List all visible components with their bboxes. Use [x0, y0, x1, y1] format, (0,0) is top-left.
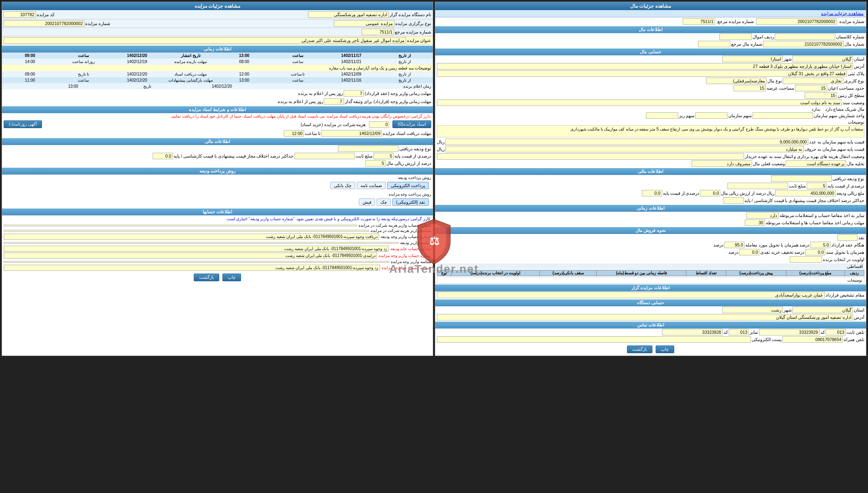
klaseman-input[interactable]	[775, 34, 835, 40]
takhfif-input[interactable]	[739, 249, 759, 255]
tahliye-input[interactable]	[786, 160, 846, 167]
vaziyat-input[interactable]	[692, 160, 752, 167]
sahm-saz-input[interactable]	[753, 112, 813, 119]
enteghal-input[interactable]	[437, 153, 744, 160]
mablagh-input[interactable]	[728, 183, 788, 189]
number-label-r: شماره مزایده	[85, 21, 110, 26]
shahr-dast-input[interactable]	[722, 307, 783, 313]
mohlat-ghardad-label-r: مهلت زمانی وازیر وجه (عقد قرارداد)	[365, 91, 431, 96]
method-fesh-btn[interactable]: فیش	[359, 198, 375, 206]
left-sub-link[interactable]: مشاهده جزئیات مزایده	[435, 10, 866, 17]
mohlat-vagozari-input[interactable]	[324, 98, 344, 105]
toz-value: سه قطعه زمین و یک واحد آپارتمان و سه باب…	[329, 66, 414, 70]
pardakht-chek-btn[interactable]: چک بانکی	[330, 182, 355, 189]
mazayede-gozar-input[interactable]	[308, 11, 389, 18]
fax-input[interactable]	[662, 329, 723, 335]
qimat-harf-input[interactable]	[445, 146, 804, 152]
sahm-riz-input[interactable]	[646, 112, 678, 119]
daramad-input-r[interactable]	[373, 153, 394, 159]
mal-number-input[interactable]	[763, 41, 844, 47]
akher-button[interactable]: آکهی روزنامه(-)	[4, 120, 42, 128]
ref-input[interactable]	[362, 29, 394, 35]
sanad-label: وضعیت سند	[843, 100, 864, 105]
vadiyeh-type-label-r: نوع ودیعه دریافتی	[399, 146, 431, 151]
hariyeh-input[interactable]	[369, 121, 389, 128]
sath-input[interactable]	[805, 92, 837, 99]
tahvil-input[interactable]	[724, 242, 744, 248]
ostan-input[interactable]	[793, 56, 853, 62]
code-input[interactable]	[4, 11, 36, 18]
method-naghd-btn[interactable]: نقد (الکترونیکی)	[392, 198, 429, 206]
title-input[interactable]	[4, 37, 406, 44]
left-back-button[interactable]: بازگشت	[627, 346, 652, 353]
mablagh-input-r[interactable]	[294, 153, 355, 159]
ostan-dast-input[interactable]	[793, 307, 853, 313]
fax-code-input[interactable]	[729, 329, 749, 335]
masahat-input[interactable]	[795, 85, 827, 91]
shahr-input[interactable]	[722, 56, 783, 62]
daryaft-saat-label: تا ساعت	[271, 72, 324, 76]
mobile-input[interactable]	[782, 336, 843, 343]
avliyat-input[interactable]	[790, 256, 822, 263]
plak-input[interactable]	[437, 70, 847, 77]
ghardad-input[interactable]	[810, 242, 830, 248]
email-input[interactable]	[437, 336, 751, 343]
mohlat-ghardad-input[interactable]	[344, 90, 364, 97]
daramad2-input[interactable]	[642, 190, 662, 196]
mal-marja-input[interactable]	[698, 41, 730, 47]
naghd-input[interactable]	[837, 234, 858, 241]
bazg-saat-ta-val: 11:00	[4, 78, 57, 82]
tahvil2-input[interactable]	[805, 249, 825, 255]
sahm-saz-label: واحد شماریش سهم سازمان	[814, 113, 864, 118]
vadiyeh-type-input-r[interactable]	[338, 145, 398, 152]
rial2-label: ریال	[437, 147, 444, 152]
auction-number-input[interactable]	[756, 18, 837, 25]
amval-input[interactable]	[719, 34, 752, 40]
vadiyeh-type-input[interactable]	[771, 175, 832, 182]
sahm-input[interactable]	[695, 112, 728, 119]
notes-text: سقفات آب رد گاز از دو خط تلفن دیوارها دو…	[437, 125, 864, 137]
mobile-label: تلفن همراه	[844, 337, 864, 342]
type-input[interactable]	[334, 20, 394, 27]
karabri-input[interactable]	[783, 78, 843, 84]
mohlat-asnad-ta-input[interactable]	[321, 130, 382, 137]
type-label-r: نوع برگزاری مزایده	[395, 21, 431, 26]
moarazi-name-input[interactable]	[437, 292, 825, 298]
address-dast-input[interactable]	[437, 314, 853, 320]
tel-input[interactable]	[759, 329, 820, 335]
col-mablagh: مبلغ پرداخت(درصد)	[786, 270, 845, 276]
acc7-value	[4, 261, 389, 263]
hesab-input[interactable]	[746, 212, 779, 219]
vadiyeh-mablagh-input[interactable]	[775, 190, 836, 196]
qimat-input[interactable]	[445, 139, 808, 145]
left-print-button[interactable]: چاپ	[656, 346, 674, 353]
tel-code-input[interactable]	[826, 329, 846, 335]
noe-mal-input[interactable]	[706, 78, 767, 84]
mohlat-asnad-saat-input[interactable]	[284, 130, 304, 137]
daramad-tk-label: درصد	[728, 250, 738, 255]
ekhtlaf-input-r[interactable]	[153, 153, 173, 159]
address-input[interactable]	[437, 63, 853, 70]
asnad-button[interactable]: اسناد مزایده(0)	[392, 120, 431, 128]
number-input[interactable]	[4, 20, 84, 27]
ref-number-input[interactable]	[683, 18, 715, 25]
right-back-button[interactable]: بازگشت	[194, 274, 219, 281]
arzesh-input-r[interactable]	[365, 160, 386, 166]
ekhtlaf-input[interactable]	[723, 197, 744, 204]
right-print-button[interactable]: چاپ	[222, 274, 241, 281]
arzesh-input[interactable]	[700, 190, 720, 196]
roz-label: روز پس از اعلام به برنده	[298, 91, 343, 96]
pardakht-zemanat-btn[interactable]: ضمانت نامه	[357, 182, 386, 189]
acc2-row: شناسه وازیر هزینه شرکت در مزایده	[2, 228, 433, 233]
sanad-input[interactable]	[437, 99, 842, 106]
pardakht-electronic-btn[interactable]: پرداخت الکترونیکی	[387, 182, 429, 189]
ealam-label: زمان اعلام برنده	[292, 84, 431, 88]
method-chek-btn[interactable]: چک	[377, 198, 391, 206]
mohlat-input[interactable]	[745, 219, 765, 226]
daramad-input[interactable]	[807, 183, 827, 189]
section-hesabi: حسابی مال	[435, 48, 866, 55]
section-mal: اطلاعات مال	[435, 26, 866, 33]
masahat2-input[interactable]	[734, 85, 766, 91]
vaziyat-label: وضعیت فعلی مال	[753, 161, 785, 166]
vadiyeh-type-label: نوع ودیعه دریافتی	[832, 176, 864, 181]
